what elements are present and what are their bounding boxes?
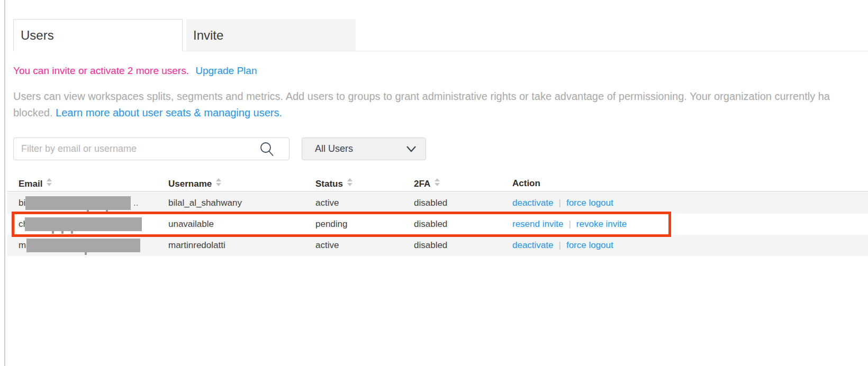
table-row: ma martinredolatti active disabled deact… [7, 235, 868, 256]
revoke-invite-link[interactable]: revoke invite [576, 219, 627, 229]
column-header-label: Status [315, 179, 343, 189]
users-description: Users can view workspaces splits, segmen… [13, 88, 830, 121]
resend-invite-link[interactable]: resend invite [512, 219, 563, 229]
seat-limit-message: You can invite or activate 2 more users. [13, 65, 189, 76]
force-logout-link[interactable]: force logout [566, 240, 613, 250]
status-cell: active [315, 193, 339, 214]
twofa-cell: disabled [414, 214, 447, 235]
upgrade-plan-link[interactable]: Upgrade Plan [195, 65, 257, 76]
action-separator: | [568, 219, 571, 229]
sort-arrows-icon [216, 178, 221, 186]
learn-more-link[interactable]: Learn more about user seats & managing u… [56, 107, 282, 118]
description-line2: blocked. Learn more about user seats & m… [13, 105, 830, 121]
seat-limit-banner: You can invite or activate 2 more users.… [13, 65, 257, 77]
status-cell: pending [315, 214, 348, 235]
column-header-label: 2FA [414, 179, 430, 189]
action-cell: deactivate|force logout [512, 193, 613, 214]
action-separator: | [559, 198, 561, 208]
search-icon [259, 141, 275, 157]
email-truncation: .. [133, 193, 138, 214]
sort-arrows-icon [347, 178, 352, 186]
action-cell: resend invite|revoke invite [512, 214, 627, 235]
description-line2-text: blocked. [13, 107, 56, 118]
force-logout-link[interactable]: force logout [566, 198, 613, 208]
table-row: ch unavailable pending disabled resend i… [7, 214, 868, 235]
tab-bar-divider [183, 51, 868, 51]
action-separator: | [559, 240, 561, 250]
sort-arrows-icon [435, 178, 440, 186]
username-cell: martinredolatti [168, 235, 225, 256]
email-redaction-bar [25, 217, 142, 231]
username-cell: bilal_al_shahwany [168, 193, 242, 214]
redacted-text-descender [61, 231, 64, 234]
tab-users[interactable]: Users [13, 19, 183, 51]
column-header-email[interactable]: Email [19, 178, 52, 189]
chevron-down-icon [406, 146, 416, 152]
action-cell: deactivate|force logout [512, 235, 613, 256]
column-header-status[interactable]: Status [315, 178, 352, 189]
filter-input[interactable] [13, 138, 290, 160]
column-header-label: Action [512, 178, 540, 188]
redacted-text-descender [87, 210, 89, 213]
column-header-label: Username [168, 179, 212, 189]
redacted-text-descender [71, 231, 73, 234]
dropdown-selected-value: All Users [315, 143, 353, 154]
column-header-username[interactable]: Username [168, 178, 221, 189]
deactivate-link[interactable]: deactivate [512, 240, 554, 250]
column-header-label: Email [19, 179, 42, 189]
redacted-text-descender [106, 210, 108, 213]
user-filter-dropdown[interactable]: All Users [302, 138, 426, 160]
sort-arrows-icon [47, 178, 52, 186]
description-line1: Users can view workspaces splits, segmen… [13, 88, 830, 105]
page-left-border [4, 0, 5, 366]
twofa-cell: disabled [414, 193, 447, 214]
redacted-text-descender [52, 231, 54, 234]
twofa-cell: disabled [414, 235, 447, 256]
column-header-2fa[interactable]: 2FA [414, 178, 440, 189]
email-redaction-bar [26, 239, 140, 252]
redacted-text-descender [85, 252, 87, 255]
email-redaction-bar [25, 196, 131, 210]
table-row: bil .. bilal_al_shahwany active disabled… [7, 193, 868, 214]
deactivate-link[interactable]: deactivate [512, 198, 554, 208]
status-cell: active [315, 235, 339, 256]
tab-invite[interactable]: Invite [186, 19, 356, 51]
username-cell: unavailable [168, 214, 214, 235]
column-header-action: Action [512, 178, 540, 189]
table-header-divider [7, 191, 868, 192]
